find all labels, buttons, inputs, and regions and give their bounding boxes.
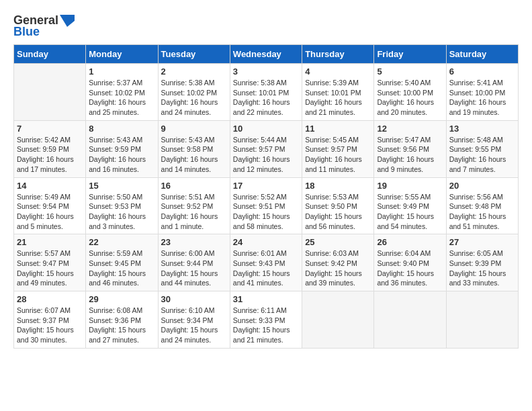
week-row-5: 28Sunrise: 6:07 AM Sunset: 9:37 PM Dayli… — [14, 291, 519, 349]
day-number: 20 — [449, 181, 515, 191]
calendar-cell: 11Sunrise: 5:45 AM Sunset: 9:57 PM Dayli… — [302, 120, 374, 177]
day-number: 4 — [305, 66, 371, 77]
day-number: 1 — [89, 66, 154, 77]
calendar-cell: 20Sunrise: 5:56 AM Sunset: 9:48 PM Dayli… — [446, 177, 518, 234]
day-number: 2 — [161, 66, 227, 77]
day-info: Sunrise: 5:38 AM Sunset: 10:02 PM Daylig… — [161, 78, 227, 118]
calendar-cell: 2Sunrise: 5:38 AM Sunset: 10:02 PM Dayli… — [158, 64, 230, 121]
calendar-cell: 1Sunrise: 5:37 AM Sunset: 10:02 PM Dayli… — [86, 64, 158, 121]
day-info: Sunrise: 6:11 AM Sunset: 9:33 PM Dayligh… — [233, 306, 299, 345]
day-number: 7 — [17, 124, 83, 134]
day-number: 25 — [305, 237, 371, 247]
calendar-cell: 14Sunrise: 5:49 AM Sunset: 9:54 PM Dayli… — [14, 177, 86, 234]
day-info: Sunrise: 6:01 AM Sunset: 9:43 PM Dayligh… — [233, 248, 299, 288]
day-number: 29 — [89, 294, 154, 304]
day-info: Sunrise: 5:44 AM Sunset: 9:57 PM Dayligh… — [233, 135, 299, 175]
calendar-cell: 10Sunrise: 5:44 AM Sunset: 9:57 PM Dayli… — [230, 120, 302, 177]
calendar-cell: 23Sunrise: 6:00 AM Sunset: 9:44 PM Dayli… — [158, 234, 230, 291]
calendar-cell: 6Sunrise: 5:41 AM Sunset: 10:00 PM Dayli… — [446, 64, 518, 121]
header-cell-thursday: Thursday — [302, 45, 374, 64]
day-info: Sunrise: 5:56 AM Sunset: 9:48 PM Dayligh… — [449, 192, 515, 232]
day-number: 22 — [89, 237, 154, 247]
header-cell-friday: Friday — [374, 45, 446, 64]
calendar-cell — [374, 291, 446, 349]
day-number: 21 — [17, 237, 83, 247]
calendar-cell: 16Sunrise: 5:51 AM Sunset: 9:52 PM Dayli… — [158, 177, 230, 234]
calendar-cell: 8Sunrise: 5:43 AM Sunset: 9:59 PM Daylig… — [86, 120, 158, 177]
calendar-cell: 18Sunrise: 5:53 AM Sunset: 9:50 PM Dayli… — [302, 177, 374, 234]
calendar-cell: 22Sunrise: 5:59 AM Sunset: 9:45 PM Dayli… — [86, 234, 158, 291]
day-info: Sunrise: 6:00 AM Sunset: 9:44 PM Dayligh… — [161, 248, 227, 288]
day-number: 5 — [377, 66, 443, 77]
day-info: Sunrise: 5:40 AM Sunset: 10:00 PM Daylig… — [377, 78, 443, 118]
day-number: 26 — [377, 237, 443, 247]
week-row-1: 1Sunrise: 5:37 AM Sunset: 10:02 PM Dayli… — [14, 64, 519, 121]
calendar-cell — [446, 291, 518, 349]
day-number: 12 — [377, 124, 443, 134]
day-number: 10 — [233, 124, 299, 134]
day-info: Sunrise: 5:50 AM Sunset: 9:53 PM Dayligh… — [89, 192, 154, 232]
calendar-cell: 29Sunrise: 6:08 AM Sunset: 9:36 PM Dayli… — [86, 291, 158, 349]
calendar-cell: 24Sunrise: 6:01 AM Sunset: 9:43 PM Dayli… — [230, 234, 302, 291]
calendar-cell: 17Sunrise: 5:52 AM Sunset: 9:51 PM Dayli… — [230, 177, 302, 234]
day-info: Sunrise: 5:39 AM Sunset: 10:01 PM Daylig… — [305, 78, 371, 118]
day-info: Sunrise: 6:04 AM Sunset: 9:40 PM Dayligh… — [377, 248, 443, 288]
calendar-cell: 27Sunrise: 6:05 AM Sunset: 9:39 PM Dayli… — [446, 234, 518, 291]
day-number: 14 — [17, 181, 83, 191]
week-row-3: 14Sunrise: 5:49 AM Sunset: 9:54 PM Dayli… — [14, 177, 519, 234]
header-cell-wednesday: Wednesday — [230, 45, 302, 64]
calendar-cell: 5Sunrise: 5:40 AM Sunset: 10:00 PM Dayli… — [374, 64, 446, 121]
day-info: Sunrise: 5:37 AM Sunset: 10:02 PM Daylig… — [89, 78, 154, 118]
svg-marker-0 — [60, 15, 75, 27]
day-info: Sunrise: 6:07 AM Sunset: 9:37 PM Dayligh… — [17, 306, 83, 345]
day-info: Sunrise: 5:49 AM Sunset: 9:54 PM Dayligh… — [17, 192, 83, 232]
day-number: 18 — [305, 181, 371, 191]
header-cell-monday: Monday — [86, 45, 158, 64]
day-info: Sunrise: 5:38 AM Sunset: 10:01 PM Daylig… — [233, 78, 299, 118]
day-info: Sunrise: 6:03 AM Sunset: 9:42 PM Dayligh… — [305, 248, 371, 288]
calendar-cell: 30Sunrise: 6:10 AM Sunset: 9:34 PM Dayli… — [158, 291, 230, 349]
day-number: 3 — [233, 66, 299, 77]
day-info: Sunrise: 5:42 AM Sunset: 9:59 PM Dayligh… — [17, 135, 83, 175]
day-number: 11 — [305, 124, 371, 134]
day-number: 16 — [161, 181, 227, 191]
day-number: 24 — [233, 237, 299, 247]
day-info: Sunrise: 5:52 AM Sunset: 9:51 PM Dayligh… — [233, 192, 299, 232]
logo: General Blue — [13, 13, 75, 39]
calendar-cell: 12Sunrise: 5:47 AM Sunset: 9:56 PM Dayli… — [374, 120, 446, 177]
calendar-cell: 26Sunrise: 6:04 AM Sunset: 9:40 PM Dayli… — [374, 234, 446, 291]
day-number: 30 — [161, 294, 227, 304]
day-info: Sunrise: 5:43 AM Sunset: 9:58 PM Dayligh… — [161, 135, 227, 175]
day-info: Sunrise: 5:53 AM Sunset: 9:50 PM Dayligh… — [305, 192, 371, 232]
calendar-cell — [14, 64, 86, 121]
day-number: 31 — [233, 294, 299, 304]
day-number: 23 — [161, 237, 227, 247]
day-info: Sunrise: 5:51 AM Sunset: 9:52 PM Dayligh… — [161, 192, 227, 232]
day-number: 15 — [89, 181, 154, 191]
calendar-cell — [302, 291, 374, 349]
header: General Blue — [13, 13, 519, 39]
calendar-table: SundayMondayTuesdayWednesdayThursdayFrid… — [13, 44, 519, 349]
calendar-cell: 4Sunrise: 5:39 AM Sunset: 10:01 PM Dayli… — [302, 64, 374, 121]
day-info: Sunrise: 6:05 AM Sunset: 9:39 PM Dayligh… — [449, 248, 515, 288]
logo-icon — [60, 15, 75, 27]
calendar-cell: 28Sunrise: 6:07 AM Sunset: 9:37 PM Dayli… — [14, 291, 86, 349]
day-info: Sunrise: 5:55 AM Sunset: 9:49 PM Dayligh… — [377, 192, 443, 232]
day-number: 6 — [449, 66, 515, 77]
day-info: Sunrise: 5:57 AM Sunset: 9:47 PM Dayligh… — [17, 248, 83, 288]
day-info: Sunrise: 5:59 AM Sunset: 9:45 PM Dayligh… — [89, 248, 154, 288]
day-number: 9 — [161, 124, 227, 134]
day-number: 13 — [449, 124, 515, 134]
day-number: 17 — [233, 181, 299, 191]
day-info: Sunrise: 5:47 AM Sunset: 9:56 PM Dayligh… — [377, 135, 443, 175]
day-number: 28 — [17, 294, 83, 304]
day-info: Sunrise: 5:41 AM Sunset: 10:00 PM Daylig… — [449, 78, 515, 118]
header-cell-sunday: Sunday — [14, 45, 86, 64]
day-info: Sunrise: 5:45 AM Sunset: 9:57 PM Dayligh… — [305, 135, 371, 175]
week-row-2: 7Sunrise: 5:42 AM Sunset: 9:59 PM Daylig… — [14, 120, 519, 177]
week-row-4: 21Sunrise: 5:57 AM Sunset: 9:47 PM Dayli… — [14, 234, 519, 291]
calendar-cell: 19Sunrise: 5:55 AM Sunset: 9:49 PM Dayli… — [374, 177, 446, 234]
day-info: Sunrise: 6:10 AM Sunset: 9:34 PM Dayligh… — [161, 306, 227, 345]
calendar-cell: 9Sunrise: 5:43 AM Sunset: 9:58 PM Daylig… — [158, 120, 230, 177]
day-info: Sunrise: 5:48 AM Sunset: 9:55 PM Dayligh… — [449, 135, 515, 175]
